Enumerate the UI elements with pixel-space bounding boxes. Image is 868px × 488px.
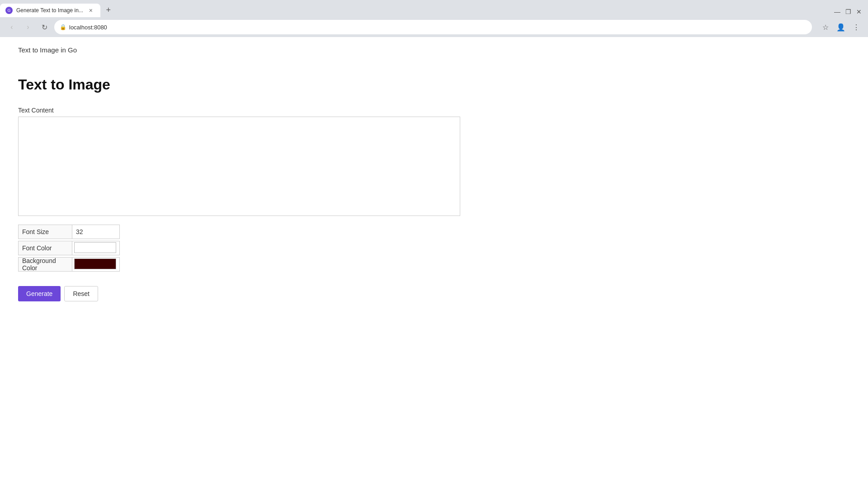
background-color-picker[interactable]	[72, 257, 120, 272]
refresh-button[interactable]: ↻	[38, 21, 51, 33]
profile-icon: 👤	[836, 23, 845, 32]
back-icon: ‹	[10, 23, 13, 31]
font-color-row: Font Color	[18, 241, 470, 255]
menu-button[interactable]: ⋮	[850, 21, 863, 33]
close-button[interactable]: ✕	[855, 8, 863, 15]
back-button[interactable]: ‹	[5, 21, 18, 33]
background-color-label: Background Color	[18, 257, 72, 272]
text-content-label: Text Content	[18, 107, 470, 114]
browser-window: G Generate Text to Image in... × + — ❐ ✕…	[0, 0, 868, 488]
tab-title: Generate Text to Image in...	[16, 7, 83, 14]
lock-icon: 🔒	[60, 24, 66, 30]
tab-favicon: G	[5, 7, 13, 14]
font-size-label: Font Size	[18, 225, 72, 239]
options-grid: Font Size Font Color Background Color	[18, 225, 470, 272]
refresh-icon: ↻	[42, 23, 47, 32]
favicon-letter: G	[7, 8, 10, 13]
address-bar-row: ‹ › ↻ 🔒 localhost:8080 ☆ 👤 ⋮	[0, 17, 868, 37]
address-actions: ☆ 👤 ⋮	[819, 21, 863, 33]
font-size-row: Font Size	[18, 225, 470, 239]
new-tab-button[interactable]: +	[102, 4, 115, 16]
star-icon: ☆	[822, 23, 829, 32]
minimize-button[interactable]: —	[834, 8, 841, 15]
url-text: localhost:8080	[69, 24, 807, 31]
tab-bar: G Generate Text to Image in... × + — ❐ ✕	[0, 0, 868, 17]
forward-icon: ›	[27, 23, 29, 31]
buttons-row: Generate Reset	[18, 286, 470, 301]
background-color-preview	[74, 258, 116, 269]
text-content-input[interactable]	[18, 117, 460, 216]
menu-icon: ⋮	[853, 23, 860, 32]
page-content: Text to Image in Go Text to Image Text C…	[0, 37, 868, 488]
address-bar[interactable]: 🔒 localhost:8080	[54, 20, 812, 34]
font-color-preview	[74, 242, 116, 253]
page-subtitle: Text to Image in Go	[18, 46, 850, 54]
forward-button[interactable]: ›	[22, 21, 34, 33]
form-section: Text Content Font Size Font Color	[18, 107, 470, 301]
font-color-picker[interactable]	[72, 241, 120, 255]
tab-close-button[interactable]: ×	[87, 6, 95, 14]
font-size-input[interactable]	[72, 225, 120, 239]
active-tab[interactable]: G Generate Text to Image in... ×	[0, 4, 100, 17]
profile-button[interactable]: 👤	[835, 21, 847, 33]
font-color-label: Font Color	[18, 241, 72, 255]
background-color-row: Background Color	[18, 257, 470, 272]
bookmark-button[interactable]: ☆	[819, 21, 832, 33]
page-inner: Text to Image in Go Text to Image Text C…	[0, 37, 868, 310]
reset-button[interactable]: Reset	[64, 286, 98, 301]
window-controls: — ❐ ✕	[834, 8, 868, 17]
page-heading: Text to Image	[18, 76, 850, 93]
generate-button[interactable]: Generate	[18, 286, 61, 301]
maximize-button[interactable]: ❐	[844, 8, 852, 15]
